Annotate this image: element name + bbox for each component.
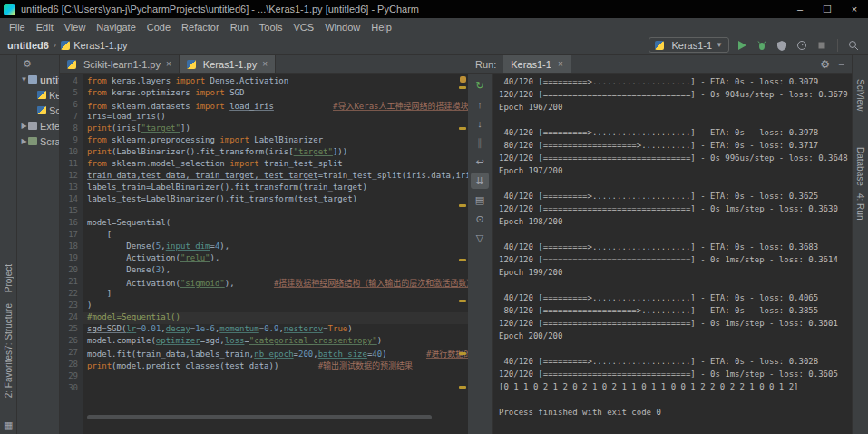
code-line-14[interactable]: labels_test=LabelBinarizer().fit_transfo… [83, 194, 468, 206]
gutter-line-24[interactable]: 24 [60, 312, 83, 324]
code-line-29[interactable] [83, 371, 468, 383]
run-configuration-select[interactable]: Keras1-1 ▼ [649, 37, 729, 53]
tree-expand-icon[interactable]: ▶ [20, 137, 28, 145]
gutter-line-16[interactable]: 16 [60, 218, 83, 230]
code-line-19[interactable]: Activation("relu"), [83, 253, 468, 265]
tool-button-project[interactable]: Project [4, 264, 14, 292]
debug-button[interactable] [755, 38, 769, 53]
gutter-line-13[interactable]: 13 [60, 182, 83, 194]
hide-panel-icon[interactable]: − [38, 58, 44, 69]
menu-navigate[interactable]: Navigate [91, 20, 141, 35]
gutter-line-18[interactable]: 18 [60, 242, 83, 253]
gutter-line-9[interactable]: 9 [60, 135, 83, 147]
code-line-18[interactable]: Dense(5,input_dim=4), [83, 242, 468, 253]
tool-button-database[interactable]: Database [855, 147, 865, 186]
menu-code[interactable]: Code [141, 20, 176, 35]
warning-stripe-mark[interactable] [459, 386, 466, 389]
scroll-to-end-icon[interactable]: ⇊ [471, 173, 489, 189]
code-line-7[interactable]: iris=load_iris() [83, 112, 468, 123]
code-line-12[interactable]: train_data,test_data, train_target, test… [83, 171, 468, 182]
code-line-13[interactable]: labels_train=LabelBinarizer().fit_transf… [83, 182, 468, 194]
search-everywhere-icon[interactable] [846, 38, 861, 53]
gutter-line-4[interactable]: 4 [60, 76, 83, 88]
gutter-line-25[interactable]: 25 [60, 324, 83, 336]
settings-gear-icon[interactable]: ⚙ [23, 58, 32, 70]
menu-help[interactable]: Help [366, 20, 397, 35]
gutter-line-5[interactable]: 5 [60, 88, 83, 100]
code-line-24[interactable]: #model=Sequential() [83, 312, 468, 324]
code-line-5[interactable]: from keras.optimizers import SGD [83, 88, 468, 100]
code-line-17[interactable]: [ [83, 230, 468, 242]
tool-button-7structure[interactable]: 7: Structure [4, 303, 14, 350]
tree-item-keras1-1-py[interactable]: Keras1-1.py [17, 87, 59, 103]
menu-run[interactable]: Run [225, 20, 254, 35]
gutter-line-15[interactable]: 15 [60, 206, 83, 218]
rerun-icon[interactable]: ↻ [471, 77, 489, 94]
close-button[interactable]: × [841, 0, 868, 18]
code-line-15[interactable] [83, 206, 468, 218]
gutter-line-20[interactable]: 20 [60, 265, 83, 277]
code-line-9[interactable]: from sklearn.preprocessing import LabelB… [83, 135, 468, 147]
coverage-button[interactable] [775, 38, 789, 53]
menu-view[interactable]: View [59, 20, 92, 35]
print-icon[interactable]: ▤ [471, 192, 489, 208]
code-line-4[interactable]: from keras.layers import Dense,Activatio… [83, 76, 468, 88]
menu-tools[interactable]: Tools [254, 20, 288, 35]
gutter-line-17[interactable]: 17 [60, 230, 83, 242]
code-line-30[interactable] [83, 383, 468, 395]
code-line-25[interactable]: sgd=SGD(lr=0.01,decay=1e-6,momentum=0.9,… [83, 324, 468, 336]
pause-output-icon[interactable]: ∥ [471, 134, 489, 151]
code-line-10[interactable]: print(LabelBinarizer().fit_transform(iri… [83, 147, 468, 159]
menu-file[interactable]: File [4, 20, 31, 35]
tool-button-2favorites[interactable]: 2: Favorites [4, 350, 14, 398]
horizontal-scrollbar[interactable] [87, 415, 432, 419]
run-button[interactable] [735, 38, 749, 53]
gutter-line-21[interactable]: 21 [60, 277, 83, 289]
gutter-line-8[interactable]: 8 [60, 123, 83, 135]
gutter-line-7[interactable]: 7 [60, 112, 83, 123]
pin-tab-icon[interactable]: ⊙ [471, 211, 489, 227]
menu-refactor[interactable]: Refactor [176, 20, 225, 35]
code-area[interactable]: from keras.layers import Dense,Activatio… [83, 74, 468, 434]
gutter-line-29[interactable]: 29 [60, 371, 83, 383]
gutter-line-14[interactable]: 14 [60, 194, 83, 206]
code-line-27[interactable]: model.fit(train_data,labels_train,nb_epo… [83, 348, 468, 360]
code-line-22[interactable]: ] [83, 289, 468, 301]
toolwindow-switcher-icon[interactable]: ▦ [4, 419, 13, 431]
code-line-21[interactable]: Activation("sigmoid"), #搭建数据神经网络结构（输入输出的… [83, 277, 468, 289]
tree-item-scratches-and-consoles[interactable]: ▶Scratches and Consoles [17, 133, 59, 149]
breadcrumb-project[interactable]: untitled6 [7, 40, 49, 51]
gutter-line-26[interactable]: 26 [60, 336, 83, 348]
gutter-line-10[interactable]: 10 [60, 147, 83, 159]
tree-item-untitled6[interactable]: ▼untitled6 [17, 72, 59, 87]
warning-stripe-mark[interactable] [459, 204, 466, 207]
menu-edit[interactable]: Edit [31, 20, 59, 35]
gutter-line-28[interactable]: 28 [60, 360, 83, 371]
stop-button[interactable] [814, 38, 829, 53]
tool-button-sciview[interactable]: SciView [855, 79, 865, 111]
gutter-line-27[interactable]: 27 [60, 348, 83, 360]
clear-all-icon[interactable]: ▽ [471, 230, 489, 246]
code-line-11[interactable]: from sklearn.model_selection import trai… [83, 159, 468, 171]
code-line-6[interactable]: from sklearn.datasets import load_iris #… [83, 100, 468, 112]
warning-stripe-mark[interactable] [459, 352, 466, 355]
gutter-line-19[interactable]: 19 [60, 253, 83, 265]
code-line-23[interactable]: ) [83, 301, 468, 312]
settings-gear-icon[interactable]: ⚙ [820, 58, 830, 71]
gutter-line-11[interactable]: 11 [60, 159, 83, 171]
gutter-line-22[interactable]: 22 [60, 289, 83, 301]
soft-wrap-icon[interactable]: ↩ [471, 153, 489, 170]
gutter-line-12[interactable]: 12 [60, 171, 83, 182]
tree-item-external-libraries[interactable]: ▶External Libraries [17, 118, 59, 133]
down-stack-trace-icon[interactable]: ↓ [471, 115, 489, 132]
editor-tab-scikit-learn1-1-py[interactable]: Scikit-learn1-1.py× [60, 55, 180, 73]
editor-tab-keras1-1-py[interactable]: Keras1-1.py× [180, 55, 276, 73]
warning-stripe-mark[interactable] [459, 127, 466, 130]
code-line-28[interactable]: print(model.predict_classes(test_data)) … [83, 360, 468, 371]
code-line-20[interactable]: Dense(3), [83, 265, 468, 277]
run-tab[interactable]: Keras1-1 × [503, 55, 570, 73]
tree-expand-icon[interactable]: ▼ [20, 75, 28, 84]
inspection-indicator-icon[interactable] [460, 76, 466, 83]
menu-window[interactable]: Window [319, 20, 366, 35]
profiler-button[interactable] [795, 38, 809, 53]
